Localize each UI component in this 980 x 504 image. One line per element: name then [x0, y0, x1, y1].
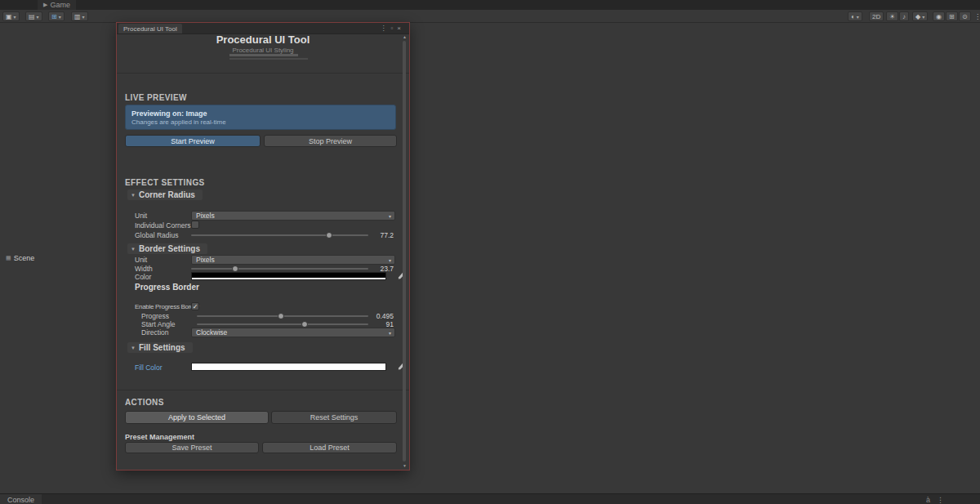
procedural-ui-tool-window: Procedural UI Tool ⋮ ▫ × Procedural UI T…	[116, 22, 410, 471]
chevron-down-icon: ▾	[857, 14, 859, 20]
more-icon: ⋮	[974, 13, 980, 20]
save-preset-button[interactable]: Save Preset	[125, 442, 259, 453]
direction-dropdown[interactable]: Clockwise ▾	[191, 328, 395, 337]
load-preset-button[interactable]: Load Preset	[262, 442, 397, 453]
stop-preview-button[interactable]: Stop Preview	[264, 135, 397, 147]
border-width-slider[interactable]	[191, 268, 368, 270]
slider-thumb[interactable]	[278, 313, 284, 319]
individual-corners-label: Individual Corners	[135, 221, 191, 230]
search-icon: ⊙	[962, 13, 968, 20]
border-unit-value: Pixels	[196, 256, 215, 264]
console-tab-label: Console	[7, 496, 34, 504]
individual-corners-checkbox[interactable]	[191, 221, 199, 229]
console-tab[interactable]: Console	[0, 494, 42, 504]
individual-corners-row: Individual Corners	[117, 221, 409, 230]
corner-unit-value: Pixels	[196, 212, 215, 220]
search-button[interactable]: ⊙	[959, 11, 971, 21]
chevron-down-icon: ▾	[389, 330, 391, 336]
fill-color-row: Fill Color	[117, 363, 409, 372]
slider-thumb[interactable]	[326, 232, 332, 239]
global-radius-slider[interactable]	[191, 234, 368, 236]
tab-game[interactable]: ▶ Game	[38, 0, 76, 10]
corner-unit-dropdown[interactable]: Pixels ▾	[191, 211, 395, 221]
actions-header: ACTIONS	[125, 398, 164, 407]
grid-visibility-button[interactable]: ⊞	[946, 11, 958, 21]
window-subtitle: Procedural UI Styling	[117, 47, 409, 54]
fill-settings-foldout[interactable]: ▼ Fill Settings	[127, 342, 193, 353]
window-menu-icon[interactable]: ⋮	[380, 25, 386, 32]
layers-icon: ▣	[6, 13, 12, 20]
view-options-dropdown[interactable]: ▤ ▾	[25, 11, 42, 21]
toolbar-more-button[interactable]: ⋮	[972, 11, 980, 21]
unit-label: Unit	[135, 212, 147, 220]
pivot-icon: ⊞	[51, 13, 57, 20]
corner-radius-foldout[interactable]: ▼ Corner Radius	[127, 190, 203, 200]
status-glyph[interactable]: à	[926, 496, 930, 504]
border-settings-foldout-label: Border Settings	[139, 244, 200, 253]
unit-row: Unit Pixels ▾	[117, 211, 409, 221]
window-tab-bar: Procedural UI Tool ⋮ ▫ ×	[117, 23, 409, 34]
scroll-down-icon[interactable]: ▼	[401, 463, 408, 468]
snap-dropdown[interactable]: ▥ ▾	[71, 11, 88, 21]
draw-mode-dropdown[interactable]: ▣ ▾	[2, 11, 20, 21]
close-icon[interactable]: ×	[397, 25, 401, 32]
window-tab[interactable]: Procedural UI Tool	[118, 24, 182, 33]
slider-thumb[interactable]	[232, 265, 238, 272]
scroll-up-icon[interactable]: ▲	[401, 34, 408, 39]
border-color-label: Color	[135, 273, 151, 281]
chevron-down-icon: ▾	[389, 213, 391, 219]
effects-dropdown[interactable]: ◆ ▾	[912, 11, 928, 21]
foldout-arrow-icon: ▼	[131, 193, 136, 198]
live-preview-header: LIVE PREVIEW	[125, 93, 187, 102]
scene-toolbar: ▣ ▾ ▤ ▾ ⊞ ▾ ▥ ▾ ◐ ▾ 2D ☀ ♪ ◆ ▾	[0, 10, 980, 23]
alpha-bar	[192, 368, 385, 370]
enable-progress-border-checkbox[interactable]: ✓	[191, 302, 199, 310]
2d-toggle-button[interactable]: 2D	[869, 11, 884, 21]
grid-icon: ⊞	[949, 13, 955, 20]
foldout-arrow-icon: ▼	[131, 346, 136, 350]
window-scrollbar[interactable]: ▲ ▼	[401, 34, 408, 468]
reset-settings-button[interactable]: Reset Settings	[271, 411, 397, 424]
check-icon: ✓	[193, 303, 198, 310]
preset-management-header: Preset Management	[125, 433, 194, 441]
tab-scene-label: Scene	[14, 254, 35, 262]
global-radius-value[interactable]: 77.2	[364, 231, 394, 239]
border-color-field[interactable]	[191, 272, 386, 280]
visibility-toggle-button[interactable]: ◉	[933, 11, 945, 21]
2d-label: 2D	[872, 13, 880, 20]
global-radius-row: Global Radius 77.2	[117, 230, 409, 240]
direction-row: Direction Clockwise ▾	[117, 328, 409, 337]
game-icon: ▶	[43, 2, 47, 8]
layout-icon: ▤	[29, 13, 35, 20]
status-right-icons: à ⋮	[926, 494, 944, 504]
status-menu-icon[interactable]: ⋮	[937, 496, 944, 504]
start-angle-slider[interactable]	[197, 323, 368, 325]
effects-icon: ◆	[915, 13, 920, 20]
slider-thumb[interactable]	[301, 321, 308, 328]
scrollbar-thumb[interactable]	[403, 41, 406, 462]
snap-icon: ▥	[74, 13, 81, 20]
effect-settings-header: EFFECT SETTINGS	[125, 178, 205, 187]
shading-mode-dropdown[interactable]: ◐ ▾	[848, 11, 862, 21]
unity-editor: ▦ Scene ▶ Game ▣ ▾ ▤ ▾ ⊞ ▾ ▥ ▾ ◐ ▾	[0, 0, 980, 504]
audio-icon: ♪	[902, 13, 906, 20]
border-color-row: Color	[117, 272, 409, 282]
maximize-icon[interactable]: ▫	[390, 25, 393, 32]
panel-tab-bar: ▦ Scene ▶ Game	[0, 0, 980, 10]
fill-color-field[interactable]	[191, 363, 386, 371]
tab-game-label: Game	[50, 1, 70, 9]
pivot-dropdown[interactable]: ⊞ ▾	[48, 11, 65, 21]
lighting-toggle-button[interactable]: ☀	[886, 11, 898, 21]
progress-slider[interactable]	[197, 315, 368, 317]
start-preview-button[interactable]: Start Preview	[125, 135, 261, 147]
visibility-icon: ◉	[936, 13, 942, 20]
border-settings-foldout[interactable]: ▼ Border Settings	[127, 243, 207, 254]
chevron-down-icon: ▾	[37, 14, 39, 20]
apply-to-selected-button[interactable]: Apply to Selected	[125, 411, 269, 424]
preview-info-title: Previewing on: Image	[131, 109, 207, 118]
audio-toggle-button[interactable]: ♪	[899, 11, 909, 21]
status-bar: Console à ⋮	[0, 493, 980, 504]
divider	[117, 390, 409, 390]
chevron-down-icon: ▾	[59, 14, 61, 20]
chevron-down-icon: ▾	[389, 257, 391, 263]
